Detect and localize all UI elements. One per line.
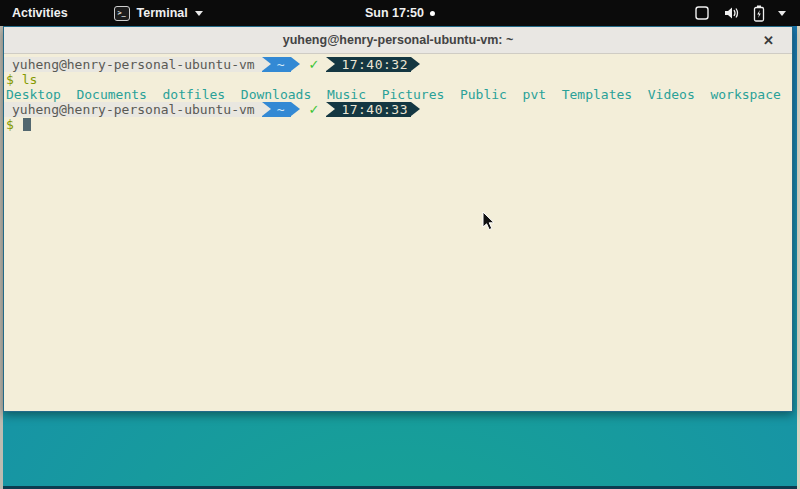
prompt-timestamp: 17:40:32 <box>326 57 411 72</box>
prompt-user-host: yuheng@henry-personal-ubuntu-vm <box>4 102 262 117</box>
clock-button[interactable]: Sun 17:50 <box>357 0 443 26</box>
notification-dot-icon <box>430 11 435 16</box>
powerline-arrow-icon <box>291 57 300 71</box>
system-menu[interactable] <box>690 0 790 26</box>
prompt-symbol: $ <box>6 117 14 132</box>
window-title: yuheng@henry-personal-ubuntu-vm: ~ <box>283 33 514 47</box>
chevron-down-icon <box>778 11 786 16</box>
app-menu-label: Terminal <box>137 6 188 20</box>
ls-output: Desktop Documents dotfiles Downloads Mus… <box>4 87 792 102</box>
app-menu-terminal[interactable]: >_ Terminal <box>108 0 209 26</box>
text-cursor <box>23 118 31 131</box>
powerline-arrow-icon <box>411 57 420 71</box>
display-icon <box>694 5 710 21</box>
powerline-arrow-icon <box>411 102 420 116</box>
terminal-window: yuheng@henry-personal-ubuntu-vm: ~ ✕ yuh… <box>3 26 793 412</box>
clock-label: Sun 17:50 <box>365 6 424 20</box>
powerline-arrow-icon <box>291 102 300 116</box>
close-button[interactable]: ✕ <box>759 27 778 53</box>
prompt-line: yuheng@henry-personal-ubuntu-vm ~ ✓ 17:4… <box>4 57 792 72</box>
prompt-path-segment: ~ <box>262 57 292 72</box>
command-line: $ ls <box>4 72 792 87</box>
prompt-path-segment: ~ <box>262 102 292 117</box>
gnome-top-bar: Activities >_ Terminal Sun 17:50 <box>0 0 800 26</box>
terminal-app-icon: >_ <box>114 6 130 21</box>
activities-button[interactable]: Activities <box>0 0 80 26</box>
input-line[interactable]: $ <box>4 117 792 132</box>
mouse-pointer-icon <box>482 211 496 231</box>
battery-charging-icon <box>753 5 765 22</box>
terminal-content[interactable]: yuheng@henry-personal-ubuntu-vm ~ ✓ 17:4… <box>4 54 792 132</box>
window-titlebar[interactable]: yuheng@henry-personal-ubuntu-vm: ~ ✕ <box>4 27 792 54</box>
prompt-symbol: $ <box>6 72 14 87</box>
command-text: ls <box>22 72 38 87</box>
chevron-down-icon <box>195 11 203 16</box>
prompt-user-host: yuheng@henry-personal-ubuntu-vm <box>4 57 262 72</box>
volume-icon <box>723 5 740 21</box>
prompt-line: yuheng@henry-personal-ubuntu-vm ~ ✓ 17:4… <box>4 102 792 117</box>
status-check-icon: ✓ <box>300 57 326 72</box>
status-check-icon: ✓ <box>300 102 326 117</box>
prompt-timestamp: 17:40:33 <box>326 102 411 117</box>
